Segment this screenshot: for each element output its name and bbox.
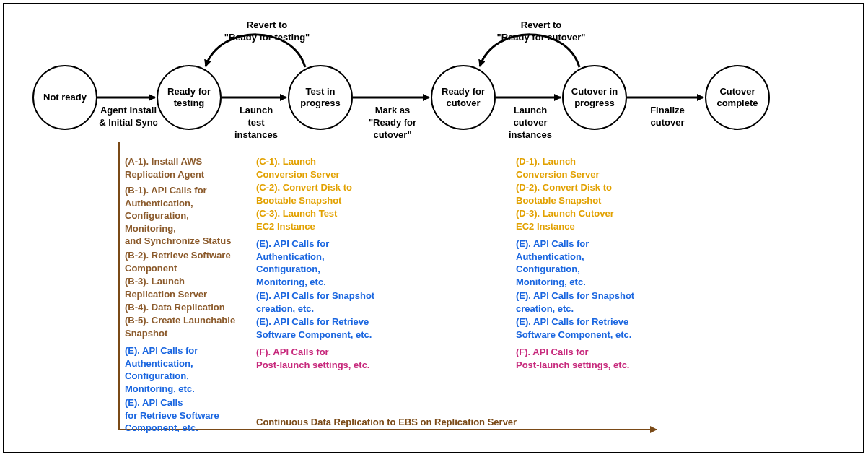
- state-ready-for-cutover: Ready forcutover: [431, 65, 496, 130]
- state-test-in-progress: Test inprogress: [288, 65, 353, 130]
- note-col3-e2: (E). API Calls for Snapshotcreation, etc…: [516, 290, 646, 315]
- state-ready-for-testing: Ready fortesting: [157, 65, 222, 130]
- note-col2-f1: (F). API Calls forPost-launch settings, …: [256, 346, 386, 371]
- note-c2: (C-2). Convert Disk toBootable Snapshot: [256, 181, 386, 206]
- label-t34: Mark as"Ready forcutover": [360, 105, 425, 142]
- state-cutover-complete: Cutovercomplete: [705, 65, 770, 130]
- note-b4: (B-4). Data Replication: [125, 301, 247, 314]
- note-col3-f1: (F). API Calls forPost-launch settings, …: [516, 346, 646, 371]
- note-d1: (D-1). LaunchConversion Server: [516, 155, 646, 180]
- label-continuous-replication: Continuous Data Replication to EBS on Re…: [256, 416, 581, 429]
- label-rev54: Revert to"Ready for cutover": [483, 19, 599, 44]
- label-t12: Agent Install& Initial Sync: [96, 105, 161, 129]
- note-d2: (D-2). Convert Disk toBootable Snapshot: [516, 181, 646, 206]
- note-col1-e1: (E). API Calls forAuthentication,Configu…: [125, 344, 247, 395]
- note-c3: (C-3). Launch TestEC2 Instance: [256, 207, 386, 232]
- note-col3-e1: (E). API Calls forAuthentication,Configu…: [516, 238, 646, 288]
- note-a1: (A-1). Install AWSReplication Agent: [125, 155, 247, 180]
- note-b1: (B-1). API Calls forAuthentication,Confi…: [125, 184, 247, 248]
- note-b2: (B-2). Retrieve SoftwareComponent: [125, 249, 247, 274]
- note-col2-e3: (E). API Calls for RetrieveSoftware Comp…: [256, 315, 386, 341]
- label-rev32: Revert to"Ready for testing": [209, 19, 325, 44]
- note-d3: (D-3). Launch CutoverEC2 Instance: [516, 207, 646, 232]
- note-col1-e2: (E). API Callsfor Retrieve SoftwareCompo…: [125, 396, 247, 435]
- note-b3: (B-3). LaunchReplication Server: [125, 275, 247, 300]
- state-not-ready: Not ready: [32, 65, 97, 130]
- label-t56: Finalizecutover: [639, 105, 696, 129]
- note-c1: (C-1). LaunchConversion Server: [256, 155, 386, 180]
- note-col2-e1: (E). API Calls forAuthentication,Configu…: [256, 238, 386, 288]
- note-col3-e3: (E). API Calls for RetrieveSoftware Comp…: [516, 315, 646, 341]
- note-col2-e2: (E). API Calls for Snapshotcreation, etc…: [256, 290, 386, 315]
- diagram-frame: Not ready Ready fortesting Test inprogre…: [3, 3, 864, 453]
- state-cutover-in-progress: Cutover inprogress: [562, 65, 627, 130]
- label-t45: Launchcutoverinstances: [501, 105, 559, 142]
- label-t23: Launchtestinstances: [227, 105, 285, 142]
- note-b5: (B-5). Create LaunchableSnapshot: [125, 314, 247, 339]
